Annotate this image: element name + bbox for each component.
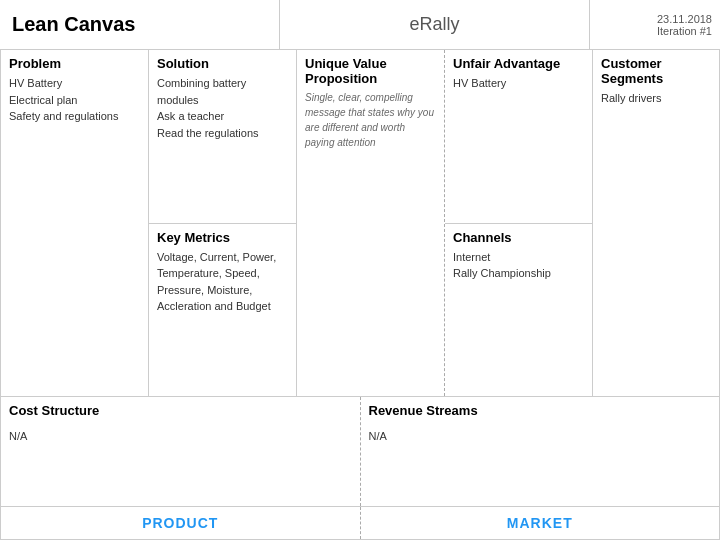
revenue-streams-title: Revenue Streams xyxy=(369,403,712,418)
footer: PRODUCT MARKET xyxy=(1,507,719,539)
unfair-advantage-item-1: HV Battery xyxy=(453,75,584,92)
key-metrics-cell: Key Metrics Voltage, Current, Power, Tem… xyxy=(149,224,296,397)
top-section: Problem HV Battery Electrical plan Safet… xyxy=(1,50,719,397)
canvas-grid: Problem HV Battery Electrical plan Safet… xyxy=(0,50,720,540)
project-name: eRally xyxy=(280,0,590,49)
unfair-advantage-cell: Unfair Advantage HV Battery xyxy=(445,50,592,224)
customer-segments-item-1: Rally drivers xyxy=(601,90,711,107)
customer-segments-content: Rally drivers xyxy=(601,90,711,107)
problem-item-2: Electrical plan xyxy=(9,92,140,109)
uvp-note: Single, clear, compelling message that s… xyxy=(305,90,436,150)
cost-structure-value: N/A xyxy=(9,428,352,445)
solution-content: Combining battery modules Ask a teacher … xyxy=(157,75,288,141)
solution-item-1: Combining battery modules xyxy=(157,75,288,108)
problem-title: Problem xyxy=(9,56,140,71)
channels-item-1: Internet xyxy=(453,249,584,266)
revenue-streams-cell: Revenue Streams N/A xyxy=(361,397,720,506)
problem-item-1: HV Battery xyxy=(9,75,140,92)
header-meta: 23.11.2018 Iteration #1 xyxy=(590,0,720,49)
solution-item-2: Ask a teacher xyxy=(157,108,288,125)
channels-title: Channels xyxy=(453,230,584,245)
cost-structure-title: Cost Structure xyxy=(9,403,352,418)
customer-segments-cell: Customer Segments Rally drivers xyxy=(593,50,719,396)
header: Lean Canvas eRally 23.11.2018 Iteration … xyxy=(0,0,720,50)
solution-title: Solution xyxy=(157,56,288,71)
solution-column: Solution Combining battery modules Ask a… xyxy=(149,50,297,396)
channels-cell: Channels Internet Rally Championship xyxy=(445,224,592,397)
channels-content: Internet Rally Championship xyxy=(453,249,584,282)
channels-item-2: Rally Championship xyxy=(453,265,584,282)
unfair-advantage-content: HV Battery xyxy=(453,75,584,92)
uvp-cell: Unique Value Proposition Single, clear, … xyxy=(297,50,444,396)
problem-cell: Problem HV Battery Electrical plan Safet… xyxy=(1,50,148,396)
key-metrics-content: Voltage, Current, Power, Temperature, Sp… xyxy=(157,249,288,315)
problem-item-3: Safety and regulations xyxy=(9,108,140,125)
canvas-rows: Problem HV Battery Electrical plan Safet… xyxy=(1,50,719,507)
canvas-title: Lean Canvas xyxy=(0,0,280,49)
problem-column: Problem HV Battery Electrical plan Safet… xyxy=(1,50,149,396)
date-label: 23.11.2018 xyxy=(657,13,712,25)
customer-segments-column: Customer Segments Rally drivers xyxy=(593,50,719,396)
key-metrics-title: Key Metrics xyxy=(157,230,288,245)
bottom-section: Cost Structure N/A Revenue Streams N/A xyxy=(1,397,719,507)
customer-segments-title: Customer Segments xyxy=(601,56,711,86)
uvp-column: Unique Value Proposition Single, clear, … xyxy=(297,50,445,396)
solution-item-3: Read the regulations xyxy=(157,125,288,142)
footer-product-label: PRODUCT xyxy=(1,515,360,531)
iteration-label: Iteration #1 xyxy=(657,25,712,37)
unfair-advantage-column: Unfair Advantage HV Battery Channels Int… xyxy=(445,50,593,396)
problem-content: HV Battery Electrical plan Safety and re… xyxy=(9,75,140,125)
uvp-title: Unique Value Proposition xyxy=(305,56,436,86)
revenue-streams-value: N/A xyxy=(369,428,712,445)
solution-cell: Solution Combining battery modules Ask a… xyxy=(149,50,296,224)
unfair-advantage-title: Unfair Advantage xyxy=(453,56,584,71)
cost-structure-cell: Cost Structure N/A xyxy=(1,397,361,506)
footer-market-label: MARKET xyxy=(361,515,720,531)
lean-canvas-page: Lean Canvas eRally 23.11.2018 Iteration … xyxy=(0,0,720,540)
